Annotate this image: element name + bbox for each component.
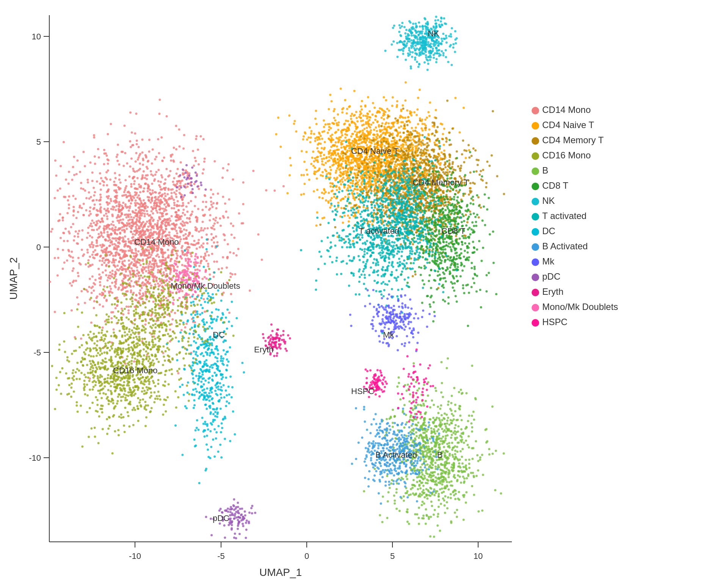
svg-point-1253 <box>141 212 144 214</box>
svg-point-7377 <box>433 235 436 237</box>
svg-point-692 <box>82 151 85 153</box>
svg-point-10298 <box>154 309 157 311</box>
svg-point-5730 <box>88 336 91 339</box>
svg-point-6733 <box>434 442 436 444</box>
svg-point-8627 <box>387 172 389 175</box>
svg-point-150 <box>67 199 69 202</box>
svg-point-9649 <box>392 309 394 311</box>
svg-point-10462 <box>132 294 134 296</box>
svg-point-7350 <box>468 242 470 245</box>
svg-point-9025 <box>197 347 199 350</box>
svg-point-1647 <box>69 282 71 285</box>
svg-point-5570 <box>73 375 75 377</box>
svg-point-5472 <box>142 387 144 389</box>
svg-point-8783 <box>365 197 367 199</box>
svg-point-7000 <box>430 210 433 213</box>
svg-point-9793 <box>229 508 231 510</box>
svg-point-4954 <box>426 138 428 140</box>
svg-point-9731 <box>245 537 247 539</box>
svg-point-7912 <box>454 30 457 33</box>
svg-point-10530 <box>176 354 178 356</box>
svg-point-10043 <box>383 390 385 392</box>
svg-point-9152 <box>368 470 370 472</box>
svg-point-5653 <box>119 383 121 386</box>
svg-point-6685 <box>393 494 395 497</box>
svg-point-7897 <box>440 42 442 44</box>
svg-point-1116 <box>213 241 215 244</box>
svg-point-9444 <box>363 406 365 408</box>
svg-point-1882 <box>230 293 232 295</box>
svg-point-5813 <box>142 382 144 385</box>
svg-point-10208 <box>202 399 205 401</box>
svg-point-2712 <box>289 157 291 159</box>
svg-point-8658 <box>377 281 379 283</box>
svg-point-8463 <box>361 220 363 222</box>
svg-point-5244 <box>165 410 167 413</box>
svg-point-9486 <box>375 470 377 472</box>
svg-point-8976 <box>204 361 206 363</box>
svg-point-8529 <box>438 283 440 285</box>
svg-point-1107 <box>195 226 197 228</box>
svg-point-8773 <box>370 211 373 214</box>
svg-point-1944 <box>135 255 137 257</box>
svg-point-1875 <box>157 222 159 224</box>
svg-point-7411 <box>480 306 482 308</box>
svg-point-1896 <box>111 240 113 242</box>
svg-point-153 <box>96 228 98 231</box>
svg-point-8525 <box>362 190 365 192</box>
svg-point-5360 <box>101 329 103 331</box>
svg-point-9469 <box>389 446 392 448</box>
svg-point-191 <box>207 227 209 230</box>
svg-point-4325 <box>411 133 413 136</box>
svg-point-3931 <box>393 143 395 146</box>
svg-point-8990 <box>187 391 189 394</box>
svg-point-5809 <box>84 353 86 355</box>
svg-point-3591 <box>378 136 381 138</box>
svg-point-9472 <box>386 447 388 449</box>
svg-point-9202 <box>384 429 386 431</box>
svg-point-6527 <box>445 435 447 437</box>
svg-point-8765 <box>367 214 369 216</box>
svg-point-10751 <box>414 187 416 189</box>
svg-point-490 <box>73 239 75 241</box>
svg-point-7926 <box>428 52 430 54</box>
svg-point-10836 <box>419 166 422 169</box>
svg-point-1638 <box>86 249 89 251</box>
svg-point-1613 <box>145 278 147 281</box>
svg-point-3202 <box>359 114 361 116</box>
svg-point-10959 <box>416 413 418 415</box>
svg-point-2867 <box>314 171 316 173</box>
svg-point-3740 <box>348 147 350 149</box>
svg-point-10587 <box>187 341 189 343</box>
svg-point-468 <box>151 200 153 202</box>
svg-point-9736 <box>246 519 248 522</box>
svg-point-5976 <box>84 393 86 395</box>
svg-point-10845 <box>404 211 406 213</box>
svg-point-5980 <box>93 377 95 379</box>
svg-point-7042 <box>421 171 424 173</box>
svg-point-2642 <box>454 97 457 99</box>
svg-point-9299 <box>422 456 424 458</box>
svg-point-5872 <box>113 383 116 385</box>
svg-point-5319 <box>124 397 127 399</box>
svg-point-6609 <box>435 465 437 468</box>
svg-point-6453 <box>415 431 417 433</box>
svg-point-3929 <box>350 118 352 120</box>
svg-point-7539 <box>459 210 461 213</box>
svg-point-8759 <box>379 254 381 257</box>
svg-point-6755 <box>424 475 426 477</box>
svg-point-6346 <box>456 480 458 482</box>
svg-point-3956 <box>359 175 362 178</box>
svg-point-7893 <box>424 46 426 48</box>
svg-point-6274 <box>470 422 472 425</box>
label-cd8-t: CD8 T <box>441 226 465 236</box>
svg-point-3782 <box>374 143 376 146</box>
svg-point-1965 <box>118 261 120 263</box>
svg-point-10280 <box>182 323 185 325</box>
svg-point-3527 <box>339 168 342 170</box>
svg-point-174 <box>81 239 83 241</box>
svg-point-2975 <box>356 117 358 119</box>
svg-point-5825 <box>102 388 104 390</box>
svg-point-947 <box>110 198 112 200</box>
svg-point-1688 <box>138 206 141 208</box>
